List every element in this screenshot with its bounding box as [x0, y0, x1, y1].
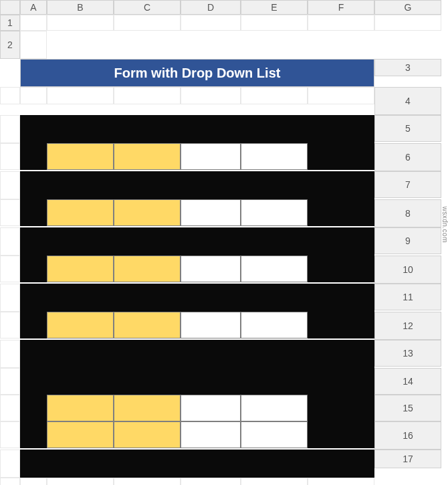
- cell-G11[interactable]: [308, 312, 374, 338]
- cell-D13[interactable]: [114, 368, 181, 395]
- cell-G9[interactable]: [308, 256, 374, 282]
- cell-D1[interactable]: [181, 15, 241, 31]
- form-label-3[interactable]: [47, 256, 114, 282]
- cell-B10[interactable]: [20, 284, 47, 312]
- cell-B14[interactable]: [20, 395, 47, 421]
- cell-B12[interactable]: [20, 340, 47, 368]
- cell-G16[interactable]: [308, 450, 374, 478]
- cell-G8[interactable]: [308, 227, 374, 256]
- row-header-7[interactable]: 7: [374, 171, 441, 198]
- cell-C13[interactable]: [47, 368, 114, 395]
- form-input-5[interactable]: [181, 395, 241, 421]
- cell-C1[interactable]: [114, 15, 181, 31]
- cell-B13[interactable]: [20, 368, 47, 395]
- cell-A1[interactable]: [20, 15, 47, 31]
- form-label-3b[interactable]: [114, 256, 181, 282]
- cell-C4[interactable]: [47, 115, 114, 143]
- cell-B3[interactable]: [20, 87, 47, 104]
- cell-C12[interactable]: [47, 340, 114, 368]
- cell-F13[interactable]: [241, 368, 308, 395]
- cell-F4[interactable]: [241, 115, 308, 143]
- cell-D8[interactable]: [114, 227, 181, 256]
- form-input-2b[interactable]: [241, 199, 308, 226]
- cell-G14[interactable]: [308, 395, 374, 421]
- form-input-4b[interactable]: [241, 312, 308, 338]
- cell-F16[interactable]: [241, 450, 308, 478]
- cell-F1[interactable]: [308, 15, 374, 31]
- cell-D12[interactable]: [114, 340, 181, 368]
- cell-D16[interactable]: [114, 450, 181, 478]
- cell-C10[interactable]: [47, 284, 114, 312]
- cell-C17[interactable]: [47, 478, 114, 485]
- cell-G12[interactable]: [308, 340, 374, 368]
- cell-C16[interactable]: [47, 450, 114, 478]
- cell-A2[interactable]: [20, 31, 47, 59]
- form-label-5b[interactable]: [114, 395, 181, 421]
- cell-E6[interactable]: [181, 171, 241, 199]
- form-input-6b[interactable]: [241, 421, 308, 448]
- cell-E1[interactable]: [241, 15, 308, 31]
- cell-A11[interactable]: [0, 312, 20, 338]
- form-label-2[interactable]: [47, 199, 114, 226]
- cell-C3[interactable]: [47, 87, 114, 104]
- cell-G7[interactable]: [308, 199, 374, 226]
- cell-D4[interactable]: [114, 115, 181, 143]
- col-header-E[interactable]: E: [241, 0, 308, 15]
- row-header-9[interactable]: 9: [374, 227, 441, 254]
- cell-G17[interactable]: [308, 478, 374, 485]
- row-header-16[interactable]: 16: [374, 421, 441, 450]
- row-header-6[interactable]: 6: [374, 143, 441, 171]
- form-label-2b[interactable]: [114, 199, 181, 226]
- select-all-corner[interactable]: [0, 0, 20, 15]
- form-input-3b[interactable]: [241, 256, 308, 282]
- cell-D17[interactable]: [114, 478, 181, 485]
- cell-E17[interactable]: [181, 478, 241, 485]
- cell-A17[interactable]: [0, 478, 20, 485]
- cell-B5[interactable]: [20, 143, 47, 170]
- cell-B8[interactable]: [20, 227, 47, 256]
- row-header-15[interactable]: 15: [374, 395, 441, 421]
- row-header-8[interactable]: 8: [374, 199, 441, 227]
- cell-A3[interactable]: [0, 87, 20, 104]
- cell-G15[interactable]: [308, 421, 374, 448]
- cell-B11[interactable]: [20, 312, 47, 338]
- form-label-1b[interactable]: [114, 143, 181, 170]
- cell-F17[interactable]: [241, 478, 308, 485]
- cell-C8[interactable]: [47, 227, 114, 256]
- row-header-3[interactable]: 3: [374, 59, 441, 76]
- cell-A6[interactable]: [0, 171, 20, 199]
- row-header-12[interactable]: 12: [374, 312, 441, 340]
- form-input-6[interactable]: [181, 421, 241, 448]
- cell-F6[interactable]: [241, 171, 308, 199]
- cell-B1[interactable]: [47, 15, 114, 31]
- cell-A13[interactable]: [0, 368, 20, 395]
- cell-E12[interactable]: [181, 340, 241, 368]
- cell-E4[interactable]: [181, 115, 241, 143]
- cell-B9[interactable]: [20, 256, 47, 282]
- row-header-14[interactable]: 14: [374, 368, 441, 395]
- cell-D3[interactable]: [114, 87, 181, 104]
- cell-F10[interactable]: [241, 284, 308, 312]
- cell-E10[interactable]: [181, 284, 241, 312]
- form-input-2[interactable]: [181, 199, 241, 226]
- form-input-1[interactable]: [181, 143, 241, 170]
- cell-D10[interactable]: [114, 284, 181, 312]
- form-label-6b[interactable]: [114, 421, 181, 448]
- cell-G6[interactable]: [308, 171, 374, 199]
- row-header-11[interactable]: 11: [374, 284, 441, 310]
- cell-G5[interactable]: [308, 143, 374, 170]
- row-header-13[interactable]: 13: [374, 340, 441, 367]
- form-label-4b[interactable]: [114, 312, 181, 338]
- cell-E3[interactable]: [181, 87, 241, 104]
- col-header-A[interactable]: A: [20, 0, 47, 15]
- cell-A15[interactable]: [0, 421, 20, 448]
- cell-B6[interactable]: [20, 171, 47, 199]
- cell-A16[interactable]: [0, 450, 20, 478]
- col-header-D[interactable]: D: [181, 0, 241, 15]
- col-header-B[interactable]: B: [47, 0, 114, 15]
- cell-G13[interactable]: [308, 368, 374, 395]
- row-header-2[interactable]: 2: [0, 31, 20, 59]
- cell-A8[interactable]: [0, 227, 20, 256]
- form-input-3[interactable]: [181, 256, 241, 282]
- form-input-1b[interactable]: [241, 143, 308, 170]
